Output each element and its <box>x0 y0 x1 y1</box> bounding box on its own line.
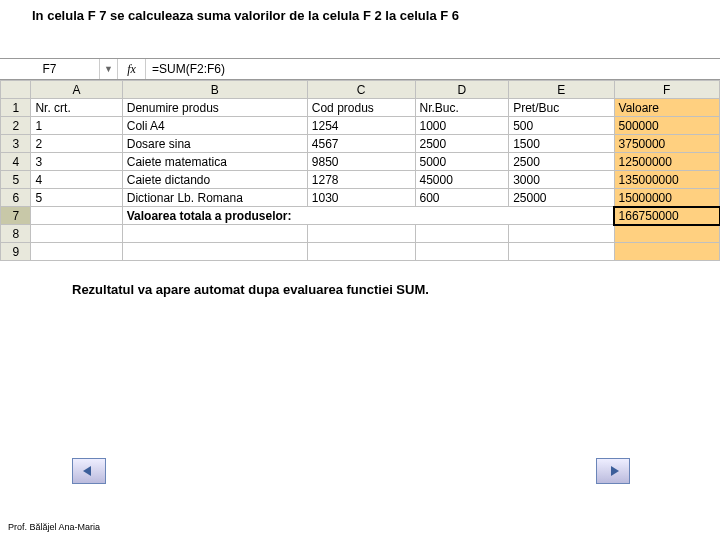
cell[interactable]: Pret/Buc <box>509 99 614 117</box>
cell[interactable]: 1000 <box>415 117 509 135</box>
cell[interactable]: Caiete dictando <box>122 171 307 189</box>
cell[interactable] <box>31 225 122 243</box>
cell[interactable]: 4567 <box>307 135 415 153</box>
col-header-E[interactable]: E <box>509 81 614 99</box>
table-row: 8 <box>1 225 720 243</box>
formula-bar: F7 ▼ fx =SUM(F2:F6) <box>0 58 720 80</box>
cell[interactable]: 3 <box>31 153 122 171</box>
cell[interactable] <box>614 225 719 243</box>
row-header[interactable]: 5 <box>1 171 31 189</box>
selected-cell[interactable]: 166750000 <box>614 207 719 225</box>
cell[interactable]: Nr.Buc. <box>415 99 509 117</box>
cell[interactable]: 45000 <box>415 171 509 189</box>
cell[interactable]: Valoare <box>614 99 719 117</box>
cell[interactable]: 25000 <box>509 189 614 207</box>
cell[interactable] <box>122 225 307 243</box>
page-title: In celula F 7 se calculeaza suma valoril… <box>32 8 459 23</box>
col-header-D[interactable]: D <box>415 81 509 99</box>
col-header-A[interactable]: A <box>31 81 122 99</box>
cell[interactable]: 4 <box>31 171 122 189</box>
arrow-right-icon <box>605 464 621 478</box>
cell[interactable]: Dictionar Lb. Romana <box>122 189 307 207</box>
cell[interactable]: 500000 <box>614 117 719 135</box>
cell[interactable]: 2 <box>31 135 122 153</box>
row-header[interactable]: 9 <box>1 243 31 261</box>
cell[interactable]: 2500 <box>509 153 614 171</box>
name-box[interactable]: F7 <box>0 59 100 79</box>
cell[interactable] <box>415 243 509 261</box>
cell[interactable]: 2500 <box>415 135 509 153</box>
name-box-dropdown[interactable]: ▼ <box>100 59 118 79</box>
cell[interactable] <box>415 225 509 243</box>
cell[interactable]: 5 <box>31 189 122 207</box>
cell[interactable]: 1 <box>31 117 122 135</box>
row-header[interactable]: 1 <box>1 99 31 117</box>
row-header-selected[interactable]: 7 <box>1 207 31 225</box>
svg-marker-0 <box>83 466 91 476</box>
cell[interactable]: 500 <box>509 117 614 135</box>
cell[interactable]: Nr. crt. <box>31 99 122 117</box>
cell[interactable]: 1500 <box>509 135 614 153</box>
total-label-cell[interactable]: Valoarea totala a produselor: <box>122 207 614 225</box>
cell[interactable]: 15000000 <box>614 189 719 207</box>
cell[interactable] <box>614 243 719 261</box>
table-row: 6 5 Dictionar Lb. Romana 1030 600 25000 … <box>1 189 720 207</box>
cell[interactable] <box>509 243 614 261</box>
cell[interactable]: 1030 <box>307 189 415 207</box>
cell[interactable]: 135000000 <box>614 171 719 189</box>
fx-icon[interactable]: fx <box>118 59 146 79</box>
cell[interactable]: 1254 <box>307 117 415 135</box>
row-header[interactable]: 8 <box>1 225 31 243</box>
table-row: 1 Nr. crt. Denumire produs Cod produs Nr… <box>1 99 720 117</box>
cell[interactable]: Dosare sina <box>122 135 307 153</box>
cell[interactable]: Caiete matematica <box>122 153 307 171</box>
cell[interactable] <box>31 207 122 225</box>
cell[interactable]: 12500000 <box>614 153 719 171</box>
cell[interactable]: 5000 <box>415 153 509 171</box>
spreadsheet: F7 ▼ fx =SUM(F2:F6) A B C D E F 1 Nr. cr… <box>0 58 720 261</box>
col-header-C[interactable]: C <box>307 81 415 99</box>
cell[interactable]: 600 <box>415 189 509 207</box>
select-all-corner[interactable] <box>1 81 31 99</box>
cell[interactable]: Coli A4 <box>122 117 307 135</box>
formula-input[interactable]: =SUM(F2:F6) <box>146 59 720 79</box>
cell[interactable]: 3750000 <box>614 135 719 153</box>
row-header[interactable]: 3 <box>1 135 31 153</box>
table-row: 5 4 Caiete dictando 1278 45000 3000 1350… <box>1 171 720 189</box>
cell[interactable] <box>307 225 415 243</box>
col-header-B[interactable]: B <box>122 81 307 99</box>
col-header-F[interactable]: F <box>614 81 719 99</box>
prev-button[interactable] <box>72 458 106 484</box>
table-row: 9 <box>1 243 720 261</box>
table-row-total: 7 Valoarea totala a produselor: 16675000… <box>1 207 720 225</box>
cell[interactable] <box>31 243 122 261</box>
row-header[interactable]: 2 <box>1 117 31 135</box>
table-row: 3 2 Dosare sina 4567 2500 1500 3750000 <box>1 135 720 153</box>
arrow-left-icon <box>81 464 97 478</box>
cell[interactable] <box>509 225 614 243</box>
cell[interactable]: Denumire produs <box>122 99 307 117</box>
cell[interactable]: 9850 <box>307 153 415 171</box>
cell[interactable]: 3000 <box>509 171 614 189</box>
next-button[interactable] <box>596 458 630 484</box>
cell[interactable]: 1278 <box>307 171 415 189</box>
grid: A B C D E F 1 Nr. crt. Denumire produs C… <box>0 80 720 261</box>
table-row: 2 1 Coli A4 1254 1000 500 500000 <box>1 117 720 135</box>
cell[interactable] <box>307 243 415 261</box>
caption-text: Rezultatul va apare automat dupa evaluar… <box>72 282 429 297</box>
table-row: 4 3 Caiete matematica 9850 5000 2500 125… <box>1 153 720 171</box>
row-header[interactable]: 6 <box>1 189 31 207</box>
row-header[interactable]: 4 <box>1 153 31 171</box>
cell[interactable] <box>122 243 307 261</box>
column-header-row: A B C D E F <box>1 81 720 99</box>
cell[interactable]: Cod produs <box>307 99 415 117</box>
svg-marker-1 <box>611 466 619 476</box>
footer-credit: Prof. Bălăjel Ana-Maria <box>8 522 100 532</box>
